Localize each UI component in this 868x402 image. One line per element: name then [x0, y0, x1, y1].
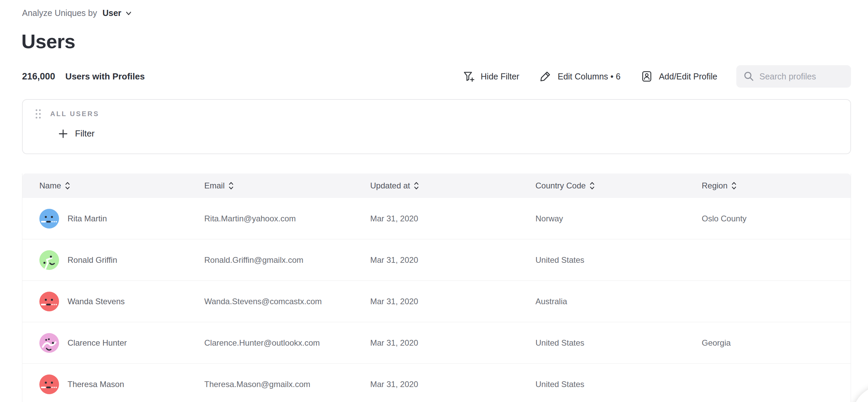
user-updated-at: Mar 31, 2020 [370, 380, 535, 389]
user-avatar [39, 374, 59, 394]
profile-badge-icon [640, 70, 653, 83]
profiles-count-row: 216,000 Users with Profiles [22, 71, 145, 82]
profiles-count-label: Users with Profiles [65, 71, 145, 82]
search-box[interactable] [736, 65, 851, 88]
analyze-uniques-row: Analyze Uniques by User [22, 8, 132, 18]
analyze-by-selector[interactable]: User [102, 8, 132, 18]
chevron-down-icon [125, 10, 132, 17]
user-name: Theresa Mason [68, 380, 124, 389]
table-row[interactable]: Theresa Mason Theresa.Mason@gmailx.com M… [22, 364, 851, 402]
sort-icon[interactable] [731, 181, 737, 190]
user-email: Wanda.Stevens@comcastx.com [204, 297, 370, 306]
user-region: Oslo County [702, 214, 851, 223]
column-header[interactable]: Updated at [370, 181, 535, 190]
user-name: Ronald Griffin [68, 255, 117, 265]
table-header-row: Name Email Updated at Country Code [22, 173, 851, 198]
users-table: Name Email Updated at Country Code [22, 173, 851, 402]
column-header[interactable]: Email [204, 181, 370, 190]
user-name-cell: Rita Martin [39, 209, 204, 229]
sort-icon[interactable] [228, 181, 234, 190]
user-email: Clarence.Hunter@outlookx.com [204, 338, 370, 348]
user-email: Rita.Martin@yahoox.com [204, 214, 370, 223]
add-edit-profile-label: Add/Edit Profile [659, 72, 717, 81]
sort-icon[interactable] [589, 181, 595, 190]
user-name-cell: Ronald Griffin [39, 250, 204, 270]
user-name: Clarence Hunter [68, 338, 127, 348]
user-name-cell: Wanda Stevens [39, 292, 204, 311]
hide-filter-button[interactable]: Hide Filter [462, 70, 520, 83]
user-country: Norway [535, 214, 702, 223]
table-row[interactable]: Rita Martin Rita.Martin@yahoox.com Mar 3… [22, 198, 851, 239]
filter-group-label: ALL USERS [50, 110, 99, 118]
edit-columns-button[interactable]: Edit Columns • 6 [539, 70, 620, 83]
user-country: United States [535, 255, 702, 265]
column-header[interactable]: Region [702, 181, 851, 190]
help-chat-fab[interactable] [852, 386, 868, 402]
user-email: Theresa.Mason@gmailx.com [204, 380, 370, 389]
edit-columns-label: Edit Columns • 6 [558, 72, 620, 81]
funnel-plus-icon [462, 70, 475, 83]
user-updated-at: Mar 31, 2020 [370, 338, 535, 348]
table-row[interactable]: Ronald Griffin Ronald.Griffin@gmailx.com… [22, 239, 851, 281]
table-body: Rita Martin Rita.Martin@yahoox.com Mar 3… [22, 198, 851, 402]
user-name: Wanda Stevens [68, 297, 125, 306]
sort-icon[interactable] [413, 181, 419, 190]
user-name: Rita Martin [68, 214, 107, 223]
toolbar: Hide Filter Edit Columns • 6 Add/Edit Pr… [462, 65, 851, 88]
user-avatar [39, 209, 59, 229]
plus-icon [58, 129, 68, 139]
column-header[interactable]: Country Code [535, 181, 702, 190]
profiles-count: 216,000 [22, 71, 55, 82]
user-email: Ronald.Griffin@gmailx.com [204, 255, 370, 265]
user-name-cell: Theresa Mason [39, 374, 204, 394]
add-filter-label: Filter [75, 128, 95, 139]
user-country: United States [535, 380, 702, 389]
table-row[interactable]: Clarence Hunter Clarence.Hunter@outlookx… [22, 322, 851, 364]
user-avatar [39, 292, 59, 311]
user-avatar [39, 250, 59, 270]
analyze-by-value: User [102, 8, 121, 18]
table-row[interactable]: Wanda Stevens Wanda.Stevens@comcastx.com… [22, 281, 851, 322]
sort-icon[interactable] [64, 181, 71, 190]
user-region: Georgia [702, 338, 851, 348]
add-filter-button[interactable]: Filter [58, 128, 95, 139]
user-avatar [39, 333, 59, 353]
pencil-icon [539, 70, 552, 83]
hide-filter-label: Hide Filter [481, 72, 520, 81]
user-updated-at: Mar 31, 2020 [370, 255, 535, 265]
search-input[interactable] [759, 72, 846, 81]
column-header[interactable]: Name [39, 181, 204, 190]
user-country: Australia [535, 297, 702, 306]
drag-handle-icon[interactable] [36, 109, 41, 118]
user-country: United States [535, 338, 702, 348]
search-icon [743, 71, 755, 82]
analyze-uniques-label: Analyze Uniques by [22, 8, 97, 18]
page-title: Users [21, 30, 75, 53]
user-name-cell: Clarence Hunter [39, 333, 204, 353]
filter-group-row: ALL USERS [36, 109, 99, 118]
user-updated-at: Mar 31, 2020 [370, 297, 535, 306]
filter-panel: ALL USERS Filter [22, 99, 851, 154]
user-updated-at: Mar 31, 2020 [370, 214, 535, 223]
add-edit-profile-button[interactable]: Add/Edit Profile [640, 70, 717, 83]
